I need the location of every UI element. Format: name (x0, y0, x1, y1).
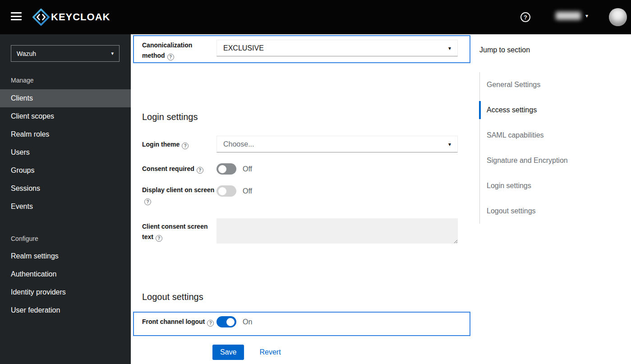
front-channel-logout-label-text: Front channel logout (142, 318, 205, 325)
front-channel-logout-toggle[interactable] (216, 316, 236, 327)
chevron-down-icon: ▾ (448, 45, 451, 51)
avatar (609, 8, 627, 26)
login-settings-heading: Login settings (142, 112, 198, 122)
username-redacted (556, 12, 581, 20)
hamburger-menu-icon[interactable] (11, 12, 22, 21)
sidebar: Wazuh ▾ Manage Clients Client scopes Rea… (0, 34, 131, 364)
realm-selector-value: Wazuh (17, 50, 36, 57)
sidebar-item-groups[interactable]: Groups (0, 161, 131, 180)
client-consent-screen-text-label: Client consent screen text? (142, 221, 216, 242)
jump-item-saml-capabilities[interactable]: SAML capabilities (480, 123, 615, 148)
display-client-on-screen-state: Off (243, 187, 252, 195)
help-icon[interactable]: ? (207, 320, 214, 327)
logout-settings-heading: Logout settings (142, 292, 203, 302)
keycloak-logo-icon (32, 9, 50, 26)
client-consent-screen-text-input[interactable] (216, 218, 458, 244)
display-client-on-screen-toggle (216, 185, 236, 197)
help-glyph: ? (524, 14, 527, 21)
chevron-down-icon: ▾ (111, 51, 114, 56)
brand: KEYCLOAK (32, 9, 110, 26)
sidebar-section-manage: Manage (11, 77, 34, 84)
login-theme-label: Login theme? (142, 139, 216, 150)
front-channel-logout-state: On (243, 318, 252, 326)
sidebar-item-sessions[interactable]: Sessions (0, 180, 131, 198)
jump-item-signature-and-encryption[interactable]: Signature and Encryption (480, 148, 615, 173)
consent-required-toggle[interactable] (216, 163, 236, 175)
realm-selector[interactable]: Wazuh ▾ (11, 45, 120, 62)
jump-item-access-settings[interactable]: Access settings (480, 97, 615, 123)
sidebar-item-events[interactable]: Events (0, 198, 131, 216)
login-theme-value: Choose... (223, 140, 254, 148)
help-icon[interactable]: ? (167, 54, 174, 60)
sidebar-section-configure: Configure (11, 235, 38, 242)
help-glyph: ? (198, 165, 201, 175)
sidebar-item-realm-roles[interactable]: Realm roles (0, 125, 131, 143)
masthead: KEYCLOAK ? ▾ (0, 0, 631, 34)
sidebar-item-authentication[interactable]: Authentication (0, 265, 131, 283)
help-icon[interactable]: ? (520, 12, 530, 22)
jump-to-section-nav: Jump to section General Settings Access … (476, 34, 625, 364)
brand-title: KEYCLOAK (51, 11, 110, 23)
consent-required-label-text: Consent required (142, 165, 194, 172)
front-channel-logout-label: Front channel logout? (142, 317, 216, 327)
user-dropdown[interactable]: ▾ (556, 12, 588, 20)
canonicalization-method-label: Canonicalization method? (142, 40, 216, 61)
help-icon[interactable]: ? (144, 198, 151, 205)
sidebar-item-clients[interactable]: Clients (0, 89, 131, 107)
keycloak-admin-console: KEYCLOAK ? ▾ Wazuh ▾ Manage Clients Clie… (0, 0, 631, 364)
help-glyph: ? (184, 141, 187, 151)
sidebar-item-realm-settings[interactable]: Realm settings (0, 247, 131, 265)
sidebar-manage-list: Clients Client scopes Realm roles Users … (0, 89, 131, 216)
chevron-down-icon: ▾ (585, 13, 588, 19)
consent-required-label: Consent required? (142, 164, 216, 174)
sidebar-item-identity-providers[interactable]: Identity providers (0, 283, 131, 301)
help-icon[interactable]: ? (182, 143, 189, 149)
jump-item-logout-settings[interactable]: Logout settings (480, 198, 615, 224)
chevron-down-icon: ▾ (448, 141, 451, 147)
consent-required-state: Off (243, 165, 252, 173)
save-button[interactable]: Save (212, 345, 244, 360)
jump-item-login-settings[interactable]: Login settings (480, 173, 615, 198)
canonicalization-method-select[interactable]: EXCLUSIVE ▾ (216, 40, 458, 56)
help-icon[interactable]: ? (156, 235, 162, 242)
client-consent-screen-text-label-text: Client consent screen text (142, 223, 208, 240)
login-theme-label-text: Login theme (142, 141, 180, 148)
help-glyph: ? (146, 197, 149, 207)
form-actions: Save Revert (212, 345, 281, 360)
jump-item-general-settings[interactable]: General Settings (480, 72, 615, 97)
sidebar-configure-list: Realm settings Authentication Identity p… (0, 247, 131, 319)
help-glyph: ? (157, 233, 160, 244)
canonicalization-method-value: EXCLUSIVE (223, 44, 264, 52)
revert-link[interactable]: Revert (259, 348, 281, 356)
jump-to-section-title: Jump to section (479, 46, 530, 54)
login-theme-select[interactable]: Choose... ▾ (216, 136, 458, 152)
client-settings-form: Canonicalization method? EXCLUSIVE ▾ Log… (131, 34, 476, 364)
display-client-on-screen-label: Display client on screen? (142, 185, 216, 206)
sidebar-item-client-scopes[interactable]: Client scopes (0, 107, 131, 125)
help-icon[interactable]: ? (197, 167, 203, 174)
help-glyph: ? (209, 318, 212, 328)
display-client-on-screen-label-text: Display client on screen (142, 186, 214, 194)
jump-to-section-list: General Settings Access settings SAML ca… (479, 72, 615, 224)
help-glyph: ? (169, 52, 172, 62)
sidebar-item-users[interactable]: Users (0, 143, 131, 161)
sidebar-item-user-federation[interactable]: User federation (0, 301, 131, 319)
